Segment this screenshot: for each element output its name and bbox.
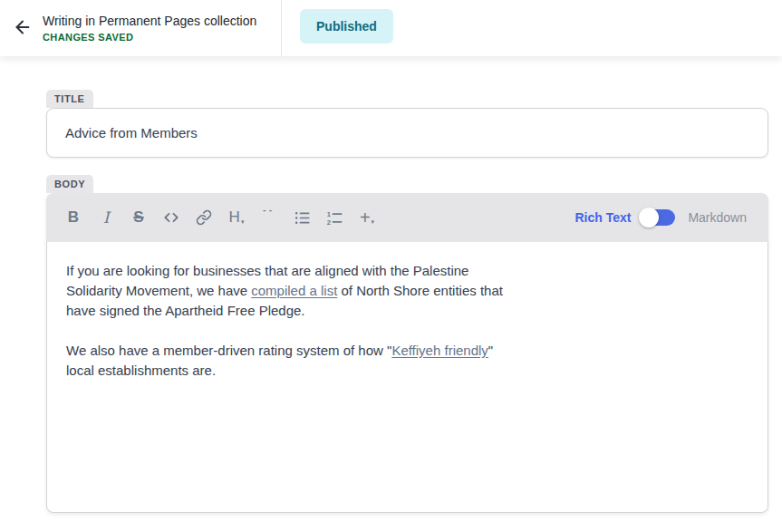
italic-button[interactable]: I xyxy=(90,201,122,234)
body-field-label: BODY xyxy=(46,175,93,193)
code-button[interactable] xyxy=(155,201,188,234)
bulleted-list-icon xyxy=(294,209,311,227)
numbered-list-button[interactable]: 1 2 xyxy=(318,201,351,234)
code-icon xyxy=(162,208,180,227)
strikethrough-button[interactable]: S xyxy=(122,201,155,234)
heading-icon: H xyxy=(229,208,240,227)
rich-text-editor: B I S xyxy=(46,193,768,513)
quote-icon: ” xyxy=(261,210,276,225)
heading-button[interactable]: H ▾ xyxy=(220,201,253,234)
markdown-mode-label[interactable]: Markdown xyxy=(688,210,747,225)
body-link[interactable]: compiled a list xyxy=(251,283,337,298)
back-button[interactable] xyxy=(7,13,38,44)
editor-toolbar: B I S xyxy=(46,193,768,242)
title-input[interactable] xyxy=(46,108,768,158)
title-field-group: TITLE xyxy=(46,90,768,158)
body-link[interactable]: Keffiyeh friendly xyxy=(391,343,488,358)
body-field-group: BODY B I S xyxy=(46,175,768,513)
bold-icon: B xyxy=(68,208,79,227)
italic-icon: I xyxy=(103,208,110,227)
insert-more-button[interactable]: + ▾ xyxy=(351,201,383,234)
main-content: TITLE BODY B I S xyxy=(46,90,768,513)
body-paragraph: We also have a member-driven rating syst… xyxy=(66,341,508,381)
bold-button[interactable]: B xyxy=(57,201,90,234)
chevron-down-icon: ▾ xyxy=(241,218,245,226)
toggle-knob xyxy=(639,208,659,227)
header-title-block: Writing in Permanent Pages collection CH… xyxy=(43,14,256,43)
svg-text:1: 1 xyxy=(326,209,330,218)
body-paragraph: If you are looking for businesses that a… xyxy=(66,261,508,321)
body-text-run: We also have a member-driven rating syst… xyxy=(66,343,391,358)
save-status-text: CHANGES SAVED xyxy=(43,32,256,43)
arrow-left-icon xyxy=(13,17,33,40)
rich-text-toggle[interactable] xyxy=(641,209,675,226)
plus-icon: + xyxy=(360,209,371,226)
chevron-down-icon: ▾ xyxy=(372,218,375,226)
mode-switch: Rich Text Markdown xyxy=(574,209,747,226)
svg-text:2: 2 xyxy=(326,218,330,226)
editor-header: Writing in Permanent Pages collection CH… xyxy=(0,0,782,56)
page-title: Writing in Permanent Pages collection xyxy=(43,14,256,29)
link-icon xyxy=(196,209,212,226)
rich-text-mode-label[interactable]: Rich Text xyxy=(574,210,631,225)
bulleted-list-button[interactable] xyxy=(285,201,318,234)
quote-button[interactable]: ” xyxy=(253,201,285,234)
header-left-section: Writing in Permanent Pages collection CH… xyxy=(0,0,282,56)
link-button[interactable] xyxy=(188,201,220,234)
numbered-list-icon: 1 2 xyxy=(326,209,343,227)
published-status-button[interactable]: Published xyxy=(300,9,393,44)
title-field-label: TITLE xyxy=(46,90,93,108)
editor-content[interactable]: If you are looking for businesses that a… xyxy=(46,242,768,513)
strikethrough-icon: S xyxy=(133,208,143,227)
